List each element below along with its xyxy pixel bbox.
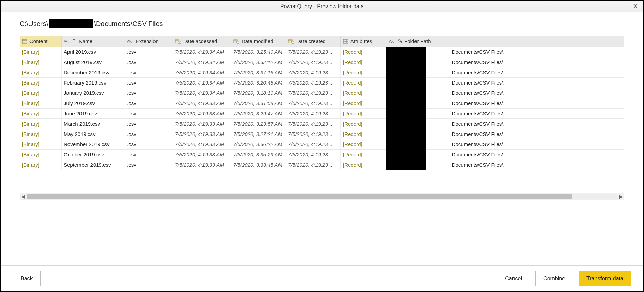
- cell-attributes[interactable]: [Record]: [341, 47, 387, 57]
- cell-content[interactable]: [Binary]: [20, 139, 62, 149]
- cell-date-created: 7/5/2020, 4:19:23 ...: [286, 47, 341, 57]
- table-row[interactable]: [Binary]November 2019.csv.csv7/5/2020, 4…: [20, 139, 624, 150]
- cell-attributes[interactable]: [Record]: [341, 160, 387, 170]
- cell-extension: .csv: [125, 47, 173, 57]
- table-row[interactable]: [Binary]April 2019.csv.csv7/5/2020, 4:19…: [20, 47, 624, 57]
- cell-name: February 2019.csv: [62, 78, 125, 88]
- transform-data-button[interactable]: Transform data: [579, 271, 631, 286]
- column-header-name[interactable]: ABC Name: [62, 36, 125, 47]
- svg-text:C: C: [393, 41, 395, 44]
- cell-date-modified: 7/5/2020, 3:32:12 AM: [231, 57, 286, 67]
- cell-content[interactable]: [Binary]: [20, 150, 62, 160]
- cell-date-created: 7/5/2020, 4:19:23 ...: [286, 98, 341, 108]
- cell-content[interactable]: [Binary]: [20, 78, 62, 88]
- column-header-folder-path[interactable]: ABC Folder Path: [387, 36, 514, 47]
- content-area: C:\Users\ \Documents\CSV Files Content A…: [1, 12, 643, 265]
- column-header-attributes[interactable]: Attributes: [341, 36, 387, 47]
- table-row[interactable]: [Binary]October 2019.csv.csv7/5/2020, 4:…: [20, 150, 624, 160]
- table-row[interactable]: [Binary]December 2019.csv.csv7/5/2020, 4…: [20, 67, 624, 78]
- key-icon: [73, 39, 77, 44]
- table-row[interactable]: [Binary]September 2019.csv.csv7/5/2020, …: [20, 160, 624, 170]
- cell-attributes[interactable]: [Record]: [341, 78, 387, 88]
- cell-extension: .csv: [125, 88, 173, 98]
- cell-attributes[interactable]: [Record]: [341, 150, 387, 160]
- cell-date-modified: 7/5/2020, 3:29:47 AM: [231, 109, 286, 118]
- datetime-icon: [233, 39, 239, 44]
- cell-attributes[interactable]: [Record]: [341, 119, 387, 129]
- table-row[interactable]: [Binary]March 2019.csv.csv7/5/2020, 4:19…: [20, 119, 624, 129]
- column-header-date-created[interactable]: Date created: [286, 36, 341, 47]
- table-row[interactable]: [Binary]June 2019.csv.csv7/5/2020, 4:19:…: [20, 109, 624, 119]
- table-row[interactable]: [Binary]January 2019.csv.csv7/5/2020, 4:…: [20, 88, 624, 98]
- table-row[interactable]: [Binary]February 2019.csv.csv7/5/2020, 4…: [20, 78, 624, 88]
- key-icon: [398, 39, 402, 44]
- combine-button[interactable]: Combine: [535, 271, 573, 286]
- cell-content[interactable]: [Binary]: [20, 57, 62, 67]
- titlebar: Power Query - Preview folder data ✕: [1, 1, 643, 12]
- cancel-button[interactable]: Cancel: [497, 271, 530, 286]
- column-header-label: Name: [79, 38, 92, 44]
- cell-content[interactable]: [Binary]: [20, 67, 62, 77]
- horizontal-scrollbar[interactable]: ◀ ▶: [20, 193, 624, 200]
- cell-date-created: 7/5/2020, 4:19:23 ...: [286, 139, 341, 149]
- cell-content[interactable]: [Binary]: [20, 88, 62, 98]
- cell-date-created: 7/5/2020, 4:19:23 ...: [286, 160, 341, 170]
- column-header-label: Attributes: [350, 38, 372, 44]
- table-row[interactable]: [Binary]July 2019.csv.csv7/5/2020, 4:19:…: [20, 98, 624, 109]
- cell-date-accessed: 7/5/2020, 4:19:33 AM: [173, 160, 231, 170]
- cell-name: March 2019.csv: [62, 119, 125, 129]
- cell-date-created: 7/5/2020, 4:19:23 ...: [286, 78, 341, 88]
- column-header-date-accessed[interactable]: Date accessed: [173, 36, 231, 47]
- cell-extension: .csv: [125, 160, 173, 170]
- cell-extension: .csv: [125, 139, 173, 149]
- cell-date-created: 7/5/2020, 4:19:23 ...: [286, 57, 341, 67]
- cell-date-accessed: 7/5/2020, 4:19:34 AM: [173, 67, 231, 77]
- cell-name: May 2019.csv: [62, 129, 125, 139]
- cell-name: September 2019.csv: [62, 160, 125, 170]
- record-type-icon: [343, 39, 348, 44]
- column-header-label: Date created: [296, 38, 326, 44]
- cell-content[interactable]: [Binary]: [20, 98, 62, 108]
- table-row[interactable]: [Binary]August 2019.csv.csv7/5/2020, 4:1…: [20, 57, 624, 67]
- column-header-date-modified[interactable]: Date modified: [231, 36, 286, 47]
- cell-date-accessed: 7/5/2020, 4:19:34 AM: [173, 47, 231, 57]
- cell-content[interactable]: [Binary]: [20, 129, 62, 139]
- cell-date-created: 7/5/2020, 4:19:23 ...: [286, 119, 341, 129]
- cell-content[interactable]: [Binary]: [20, 119, 62, 129]
- cell-attributes[interactable]: [Record]: [341, 109, 387, 118]
- cell-attributes[interactable]: [Record]: [341, 67, 387, 77]
- cell-attributes[interactable]: [Record]: [341, 57, 387, 67]
- cell-extension: .csv: [125, 119, 173, 129]
- cell-attributes[interactable]: [Record]: [341, 129, 387, 139]
- cell-content[interactable]: [Binary]: [20, 47, 62, 57]
- datetime-icon: [175, 39, 181, 44]
- table-row[interactable]: [Binary]May 2019.csv.csv7/5/2020, 4:19:3…: [20, 129, 624, 139]
- cell-attributes[interactable]: [Record]: [341, 139, 387, 149]
- scroll-left-icon[interactable]: ◀: [20, 194, 27, 199]
- text-type-icon: ABC: [127, 39, 134, 44]
- column-header-content[interactable]: Content: [20, 36, 62, 47]
- text-type-icon: ABC: [64, 39, 71, 44]
- cell-attributes[interactable]: [Record]: [341, 88, 387, 98]
- cell-date-accessed: 7/5/2020, 4:19:33 AM: [173, 98, 231, 108]
- scroll-right-icon[interactable]: ▶: [617, 194, 624, 199]
- cell-date-modified: 7/5/2020, 3:27:21 AM: [231, 129, 286, 139]
- cell-date-accessed: 7/5/2020, 4:19:33 AM: [173, 139, 231, 149]
- cell-date-modified: 7/5/2020, 3:25:40 AM: [231, 47, 286, 57]
- cell-date-created: 7/5/2020, 4:19:23 ...: [286, 88, 341, 98]
- back-button[interactable]: Back: [13, 271, 41, 286]
- cell-date-modified: 7/5/2020, 3:31:08 AM: [231, 98, 286, 108]
- close-icon[interactable]: ✕: [631, 2, 640, 10]
- cell-content[interactable]: [Binary]: [20, 109, 62, 118]
- svg-line-36: [401, 41, 402, 42]
- scrollbar-track[interactable]: [27, 194, 617, 199]
- dialog-footer: Back Cancel Combine Transform data: [1, 265, 643, 291]
- cell-date-modified: 7/5/2020, 3:20:48 AM: [231, 78, 286, 88]
- cell-date-modified: 7/5/2020, 3:18:10 AM: [231, 88, 286, 98]
- cell-extension: .csv: [125, 98, 173, 108]
- cell-date-accessed: 7/5/2020, 4:19:33 AM: [173, 119, 231, 129]
- cell-content[interactable]: [Binary]: [20, 160, 62, 170]
- cell-extension: .csv: [125, 78, 173, 88]
- column-header-extension[interactable]: ABC Extension: [125, 36, 173, 47]
- cell-attributes[interactable]: [Record]: [341, 98, 387, 108]
